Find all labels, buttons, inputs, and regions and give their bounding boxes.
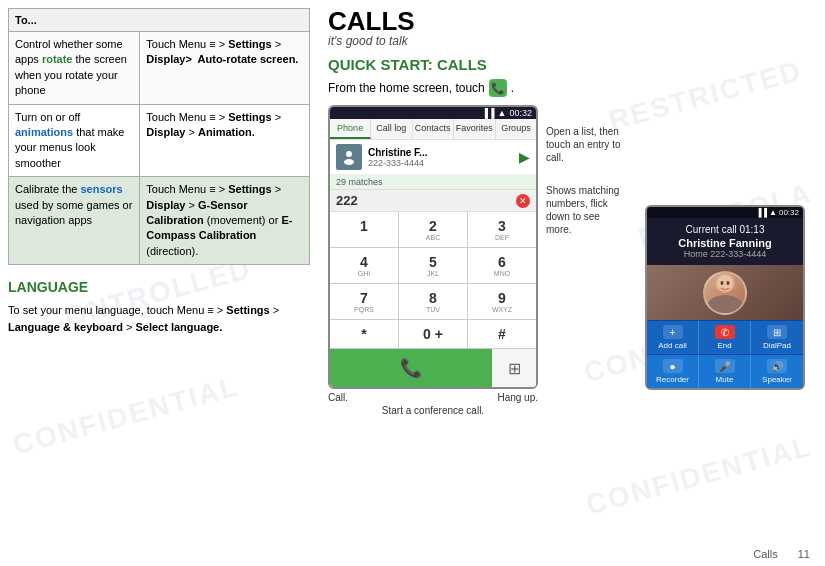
quick-start-title: QUICK START: CALLS	[328, 56, 815, 73]
right-column: CALLS it's good to talk QUICK START: CAL…	[320, 0, 825, 566]
svg-point-6	[727, 281, 730, 285]
call-action-row-1[interactable]: + Add call ✆ End ⊞ DialPad	[647, 320, 803, 354]
add-call-label: Add call	[658, 341, 686, 350]
sensors-highlight: sensors	[80, 183, 122, 195]
signal-icon: ▐▐	[482, 108, 495, 118]
call-button[interactable]: 📞	[330, 349, 492, 387]
calls-subtitle: it's good to talk	[328, 34, 815, 48]
wifi-icon-2: ▲	[769, 208, 777, 217]
animations-highlight: animations	[15, 126, 73, 138]
tab-contacts[interactable]: Contacts	[413, 119, 454, 139]
mute-label: Mute	[716, 375, 734, 384]
table-row-instruction: Touch Menu ≡ > Settings > Display > G-Se…	[140, 177, 310, 265]
dialpad-key-9[interactable]: 9WXYZ	[468, 284, 536, 319]
table-row: Turn on or off animations that make your…	[9, 104, 140, 177]
search-value[interactable]: 222	[336, 193, 512, 208]
dialpad-key-0[interactable]: 0 +	[399, 320, 467, 348]
contact-row[interactable]: Christine F... 222-333-4444 ▶	[330, 140, 536, 175]
active-call-number: Home 222-333-4444	[655, 249, 795, 259]
tab-phone[interactable]: Phone	[330, 119, 371, 139]
active-call-header: Current call 01:13 Christine Fanning Hom…	[647, 218, 803, 265]
end-call-icon: ✆	[715, 325, 735, 339]
dialpad[interactable]: 1 2ABC 3DEF 4GHI 5JKL 6MNO 7PQRS 8TUV 9W…	[330, 212, 536, 349]
annotation-show-matching: Shows matching numbers, flick down to se…	[546, 184, 627, 236]
dialpad-key-6[interactable]: 6MNO	[468, 248, 536, 283]
row1-action-text: Control whether some apps rotate the scr…	[15, 38, 127, 96]
page-content: To... Control whether some apps rotate t…	[0, 0, 825, 566]
matches-count: 29 matches	[336, 177, 383, 187]
dialpad-key-8[interactable]: 8TUV	[399, 284, 467, 319]
phone-screen-1: ▐▐ ▲ 00:32 Phone Call log Contacts Favor…	[328, 105, 538, 389]
speaker-label: Speaker	[762, 375, 792, 384]
conference-label: Start a conference call.	[328, 405, 538, 416]
svg-point-4	[717, 275, 733, 291]
table-row-instruction: Touch Menu ≡ > Settings > Display> Auto-…	[140, 32, 310, 105]
speaker-button[interactable]: 🔊 Speaker	[751, 355, 803, 388]
dialpad-key-hash[interactable]: #	[468, 320, 536, 348]
table-header: To...	[9, 9, 310, 32]
calls-title: CALLS	[328, 8, 815, 34]
phone1-labels: Call. Hang up.	[328, 392, 538, 403]
dialpad-key-2[interactable]: 2ABC	[399, 212, 467, 247]
signal-icon-2: ▐▐	[756, 208, 767, 217]
caller-avatar	[703, 271, 747, 315]
dialpad-key-4[interactable]: 4GHI	[330, 248, 398, 283]
time-display: 00:32	[509, 108, 532, 118]
mute-icon: 🎤	[715, 359, 735, 373]
quick-start-desc: From the home screen, touch 📞.	[328, 79, 815, 97]
matches-bar: 29 matches	[330, 175, 536, 190]
annotation-open-list: Open a list, then touch an entry to call…	[546, 125, 627, 164]
add-call-icon: +	[663, 325, 683, 339]
phone-screen-2: ▐▐ ▲ 00:32 Current call 01:13 Christine …	[645, 205, 805, 390]
dialpad-button[interactable]: ⊞ DialPad	[751, 321, 803, 354]
active-call-area: ▐▐ ▲ 00:32 Current call 01:13 Christine …	[645, 205, 805, 390]
rotate-highlight: rotate	[42, 53, 73, 65]
dialpad-menu-button[interactable]: ⊞	[492, 349, 536, 387]
active-call-name: Christine Fanning	[655, 237, 795, 249]
recorder-label: Recorder	[656, 375, 689, 384]
call-action-row-2[interactable]: ● Recorder 🎤 Mute 🔊 Speaker	[647, 354, 803, 388]
search-bar: 222 ✕	[330, 190, 536, 212]
svg-point-3	[707, 295, 743, 313]
dialpad-key-1[interactable]: 1	[330, 212, 398, 247]
dialpad-key-5[interactable]: 5JKL	[399, 248, 467, 283]
phone-screen-1-container: ▐▐ ▲ 00:32 Phone Call log Contacts Favor…	[328, 105, 538, 416]
time-display-2: 00:32	[779, 208, 799, 217]
dialpad-key-3[interactable]: 3DEF	[468, 212, 536, 247]
contact-avatar	[336, 144, 362, 170]
mute-button[interactable]: 🎤 Mute	[699, 355, 751, 388]
tab-groups[interactable]: Groups	[496, 119, 536, 139]
call-row: 📞 ⊞	[330, 349, 536, 387]
contact-number: 222-333-4444	[368, 158, 513, 168]
wifi-icon: ▲	[498, 108, 507, 118]
language-section: LANGUAGE To set your menu language, touc…	[8, 277, 310, 335]
svg-point-5	[721, 281, 724, 285]
left-column: To... Control whether some apps rotate t…	[0, 0, 320, 566]
call-timer: Current call 01:13	[655, 224, 795, 235]
contact-arrow-icon[interactable]: ▶	[519, 149, 530, 165]
add-call-button[interactable]: + Add call	[647, 321, 699, 354]
speaker-icon: 🔊	[767, 359, 787, 373]
hangup-label: Hang up.	[497, 392, 538, 403]
call-label: Call.	[328, 392, 348, 403]
tab-calllog[interactable]: Call log	[371, 119, 412, 139]
active-call-status-bar: ▐▐ ▲ 00:32	[647, 207, 803, 218]
dialpad-key-7[interactable]: 7PQRS	[330, 284, 398, 319]
phone-annotations: Open a list, then touch an entry to call…	[546, 125, 627, 236]
recorder-icon: ●	[663, 359, 683, 373]
recorder-button[interactable]: ● Recorder	[647, 355, 699, 388]
language-text: To set your menu language, touch Menu ≡ …	[8, 302, 310, 335]
phone-nav-tabs[interactable]: Phone Call log Contacts Favorites Groups	[330, 119, 536, 140]
contact-name: Christine F...	[368, 147, 513, 158]
svg-point-1	[344, 159, 354, 165]
table-row: Control whether some apps rotate the scr…	[9, 32, 140, 105]
dialpad-label: DialPad	[763, 341, 791, 350]
dialpad-key-star[interactable]: *	[330, 320, 398, 348]
table-row-instruction: Touch Menu ≡ > Settings > Display > Anim…	[140, 104, 310, 177]
end-call-button[interactable]: ✆ End	[699, 321, 751, 354]
dialpad-icon: ⊞	[767, 325, 787, 339]
end-call-label: End	[717, 341, 731, 350]
language-title: LANGUAGE	[8, 277, 310, 298]
search-clear-button[interactable]: ✕	[516, 194, 530, 208]
tab-favorites[interactable]: Favorites	[454, 119, 496, 139]
